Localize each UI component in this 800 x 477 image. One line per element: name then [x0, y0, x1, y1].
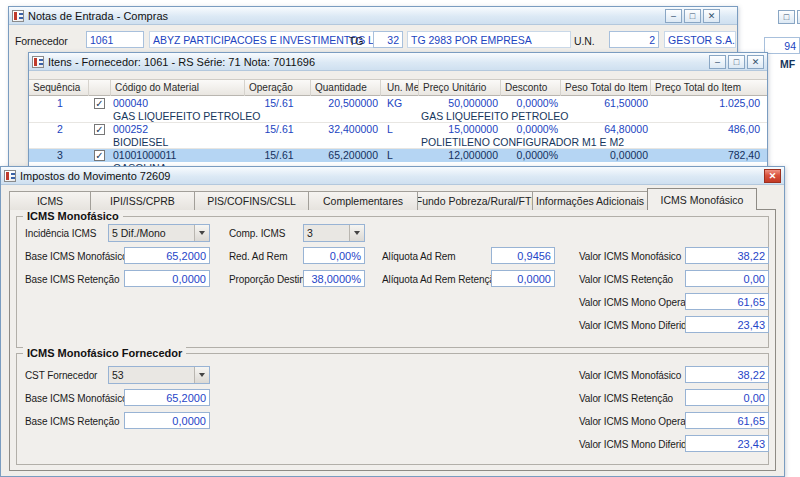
impostos-titlebar[interactable]: Impostos do Movimento 72609 ✕ [1, 167, 784, 185]
col-header-preco-total[interactable]: Preço Total do Item [653, 80, 763, 96]
row-operacao: 15/.61 [247, 97, 311, 110]
maximize-icon[interactable]: □ [778, 10, 795, 24]
col-header-desconto[interactable]: Desconto [503, 80, 561, 96]
col-header-checkbox[interactable] [91, 80, 111, 96]
row-seq: 3 [31, 149, 89, 162]
item-checkbox[interactable]: ✓ [94, 124, 105, 135]
fornecedor-name-field[interactable]: ABYZ PARTICIPACOES E INVESTIMENTOS LTDA [149, 31, 381, 48]
tab-informacoes-adicionais[interactable]: Informações Adicionais [532, 191, 648, 210]
table-row-description[interactable]: GAS LIQUEFEITO PETROLEO GAS LIQUEFEITO P… [29, 110, 767, 123]
tab-ipi-iss-cprb[interactable]: IPI/ISS/CPRB [90, 191, 195, 210]
row-seq: 1 [31, 97, 89, 110]
tab-icms-monofasico[interactable]: ICMS Monofásico [647, 188, 757, 210]
valor-icms-mono-operacao-input[interactable]: 61,65 [685, 412, 769, 429]
maximize-icon[interactable]: □ [728, 55, 745, 69]
row-un-med: KG [385, 97, 419, 110]
valor-icms-mono-diferido-input[interactable]: 23,43 [685, 316, 769, 333]
minimize-icon[interactable]: – [709, 55, 726, 69]
aliquota-ad-rem-retencao-input[interactable]: 0,0000 [491, 270, 555, 287]
base-icms-monofasico-input[interactable]: 65,2000 [124, 247, 210, 264]
comp-icms-select[interactable]: 3 [303, 224, 365, 242]
itens-titlebar[interactable]: Itens - Fornecedor: 1061 - RS Série: 71 … [29, 53, 767, 71]
row-desconto: 0,0000% [503, 97, 561, 110]
comp-icms-label: Comp. ICMS [229, 228, 285, 239]
incidencia-icms-value: 5 Dif./Mono [109, 227, 194, 239]
base-icms-monofasico-input[interactable]: 65,2000 [124, 389, 210, 406]
col-header-peso-total[interactable]: Peso Total do Item [563, 80, 651, 96]
groupbox-title: ICMS Monofásico Fornecedor [23, 347, 186, 359]
red-ad-rem-label: Red. Ad Rem [229, 251, 287, 262]
col-header-sequencia[interactable]: Sequência [31, 80, 89, 96]
tab-fundo-pobreza[interactable]: Fundo Pobreza/Rural/FTI [417, 191, 533, 210]
un-name-field[interactable]: GESTOR S.A. [664, 31, 736, 48]
valor-icms-monofasico-input[interactable]: 38,22 [685, 247, 769, 264]
valor-icms-retencao-label: Valor ICMS Retenção [579, 274, 673, 285]
col-header-quantidade[interactable]: Quantidade [313, 80, 381, 96]
row-seq: 2 [31, 123, 89, 136]
item-checkbox[interactable]: ✓ [94, 150, 105, 161]
item-checkbox[interactable]: ✓ [94, 98, 105, 109]
proporcao-destino-label: Proporção Destino [229, 274, 310, 285]
tab-icms[interactable]: ICMS [9, 191, 91, 210]
red-ad-rem-input[interactable]: 0,00% [303, 247, 365, 264]
close-icon[interactable]: ✕ [764, 169, 781, 183]
background-text-fragment: MF [780, 58, 795, 70]
tg-code-field[interactable]: 32 [373, 31, 403, 48]
tax-tabs: ICMS IPI/ISS/CPRB PIS/COFINS/CSLL Comple… [9, 189, 756, 210]
aliquota-ad-rem-retencao-label: Alíquota Ad Rem Retenção [382, 274, 500, 285]
row-codigo: 01001000011 [113, 149, 245, 162]
row-desconto: 0,0000% [503, 123, 561, 136]
valor-icms-monofasico-input[interactable]: 38,22 [685, 366, 769, 383]
valor-icms-retencao-input[interactable]: 0,00 [685, 389, 769, 406]
un-label: U.N. [574, 35, 595, 47]
base-icms-monofasico-label: Base ICMS Monofásico [25, 251, 128, 262]
aliquota-ad-rem-input[interactable]: 0,9456 [491, 247, 555, 264]
proporcao-destino-input[interactable]: 38,0000% [303, 270, 365, 287]
tg-label: TG [349, 35, 363, 47]
table-row-selected[interactable]: 3 ✓ 01001000011 15/.61 65,200000 L 12,00… [29, 149, 767, 162]
base-icms-retencao-input[interactable]: 0,0000 [124, 270, 210, 287]
row-peso-total: 61,50000 [563, 97, 651, 110]
background-window-buttons-fragment[interactable]: □ ✕ [778, 10, 800, 24]
notas-titlebar[interactable]: Notas de Entrada - Compras – □ ✕ [9, 7, 737, 25]
items-table-header: Sequência Código do Material Operação Qu… [29, 79, 767, 96]
base-icms-retencao-input[interactable]: 0,0000 [124, 412, 210, 429]
chevron-down-icon [194, 225, 209, 241]
valor-icms-mono-diferido-input[interactable]: 23,43 [685, 435, 769, 452]
fornecedor-code-field[interactable]: 1061 [86, 31, 144, 48]
row-preco-unitario: 50,000000 [421, 97, 501, 110]
col-header-operacao[interactable]: Operação [247, 80, 311, 96]
col-header-codigo[interactable]: Código do Material [113, 80, 245, 96]
base-icms-retencao-label: Base ICMS Retenção [25, 416, 119, 427]
col-header-un-med[interactable]: Un. Med. [385, 80, 419, 96]
tab-panel: ICMS Monofásico Incidência ICMS 5 Dif./M… [9, 209, 776, 471]
comp-icms-value: 3 [304, 227, 349, 239]
groupbox-icms-monofasico: ICMS Monofásico Incidência ICMS 5 Dif./M… [16, 216, 769, 348]
close-icon[interactable]: ✕ [747, 55, 764, 69]
tab-pis-cofins-csll[interactable]: PIS/COFINS/CSLL [194, 191, 309, 210]
minimize-icon[interactable]: – [665, 9, 682, 23]
valor-icms-mono-operacao-input[interactable]: 61,65 [685, 293, 769, 310]
row-quantidade: 32,400000 [313, 123, 381, 136]
tab-complementares[interactable]: Complementares [308, 191, 418, 210]
groupbox-title: ICMS Monofásico [23, 210, 123, 222]
valor-icms-mono-operacao-label: Valor ICMS Mono Operação [579, 416, 701, 427]
col-header-preco-unitario[interactable]: Preço Unitário [421, 80, 501, 96]
maximize-icon[interactable]: □ [684, 9, 701, 23]
chevron-down-icon [194, 367, 209, 383]
row-peso-total: 64,80000 [563, 123, 651, 136]
cst-fornecedor-select[interactable]: 53 [108, 366, 210, 384]
table-row[interactable]: 2 ✓ 000252 15/.61 32,400000 L 15,000000 … [29, 123, 767, 136]
table-row[interactable]: 1 ✓ 000040 15/.61 20,500000 KG 50,000000… [29, 97, 767, 110]
tg-desc-field[interactable]: TG 2983 POR EMPRESA [407, 31, 571, 48]
un-code-field[interactable]: 2 [609, 31, 659, 48]
row-descricao-2: POLIETILENO CONFIGURADOR M1 E M2 [421, 136, 761, 149]
table-row-description[interactable]: BIODIESEL POLIETILENO CONFIGURADOR M1 E … [29, 136, 767, 149]
row-preco-total: 782,40 [653, 149, 763, 162]
valor-icms-retencao-input[interactable]: 0,00 [685, 270, 769, 287]
incidencia-icms-select[interactable]: 5 Dif./Mono [108, 224, 210, 242]
close-icon[interactable]: ✕ [703, 9, 720, 23]
chevron-down-icon [349, 225, 364, 241]
impostos-window-icon [4, 170, 16, 182]
valor-icms-monofasico-label: Valor ICMS Monofásico [579, 370, 681, 381]
